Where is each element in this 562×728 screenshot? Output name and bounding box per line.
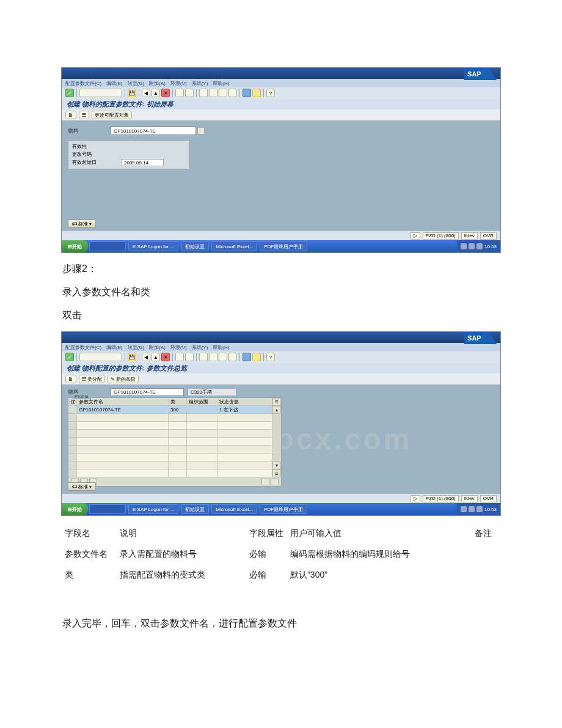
scroll-up-icon[interactable]: ▲ — [272, 406, 281, 414]
quicklaunch[interactable] — [89, 241, 126, 251]
menu-profile[interactable]: 配置参数文件(C) — [65, 344, 101, 351]
scroll-bottom-icon[interactable]: ⇊ — [272, 469, 281, 477]
taskbar-item-excel[interactable]: Microsoft Excel... — [211, 504, 257, 514]
cancel-icon[interactable]: ✕ — [161, 353, 170, 361]
grid-row[interactable] — [68, 430, 272, 438]
shortcut-icon[interactable] — [252, 353, 261, 361]
cell-name[interactable]: GP1010107074-TE — [77, 406, 169, 414]
find-icon[interactable] — [185, 89, 194, 97]
save-icon[interactable]: 💾 — [128, 353, 136, 361]
cell-org[interactable] — [187, 406, 217, 414]
menu-env[interactable]: 环境(V) — [170, 344, 187, 351]
standard-tag-button[interactable]: 🏷标准▾ — [68, 219, 96, 228]
menu-edit[interactable]: 编辑(E) — [106, 80, 123, 87]
material-input[interactable]: GP1010107074-TE — [111, 127, 196, 135]
quicklaunch[interactable] — [89, 504, 126, 514]
tray-icon[interactable] — [476, 243, 483, 249]
start-button[interactable]: ⊞ 开始 — [62, 240, 88, 252]
tray-icon[interactable] — [476, 506, 483, 512]
cancel-icon[interactable]: ✕ — [161, 89, 170, 97]
first-page-icon[interactable] — [199, 353, 208, 361]
menu-system[interactable]: 系统(Y) — [192, 344, 208, 351]
print-icon[interactable] — [175, 89, 184, 97]
save-icon[interactable]: 💾 — [128, 89, 136, 97]
last-page-icon[interactable] — [228, 89, 237, 97]
tray-icon[interactable] — [469, 506, 475, 512]
tray-icon[interactable] — [469, 243, 475, 249]
sub-btn-icon1[interactable]: 🗎 — [65, 111, 76, 119]
change-config-obj-button[interactable]: 更改可配置对象 — [92, 111, 132, 119]
cell-status[interactable]: 1 在下达 — [217, 406, 272, 414]
valid-from-input[interactable]: 2005.09.14 — [121, 159, 164, 166]
grid-row[interactable] — [68, 454, 272, 461]
tray-icon[interactable] — [461, 506, 467, 512]
menu-extras[interactable]: 附加(A) — [149, 344, 166, 351]
new-entry-button[interactable]: ✎新的条目 — [108, 375, 139, 383]
grid-row[interactable] — [68, 438, 272, 446]
lookup-icon[interactable] — [197, 127, 205, 134]
menu-help[interactable]: 帮助(H) — [213, 80, 229, 87]
scroll-top-icon[interactable]: ⇈ — [272, 398, 281, 406]
grid-row[interactable]: GP1010107074-TE 300 1 在下达 — [68, 406, 272, 414]
menu-goto[interactable]: 转至(G) — [128, 80, 145, 87]
enter-icon[interactable]: ✓ — [65, 89, 74, 97]
class-assign-button[interactable]: ☷类分配 — [79, 375, 105, 383]
separator — [76, 353, 77, 361]
back-icon[interactable]: ◀ — [142, 89, 150, 97]
new-session-icon[interactable] — [243, 89, 251, 97]
menu-system[interactable]: 系统(Y) — [192, 80, 208, 87]
cell-cls[interactable]: 300 — [169, 406, 187, 414]
tray-icon[interactable] — [461, 243, 467, 249]
menu-profile[interactable]: 配置参数文件(C) — [65, 80, 101, 87]
help-icon[interactable]: ? — [266, 353, 275, 361]
taskbar-item-pdf[interactable]: PDF最终用户手册 — [260, 241, 307, 251]
exit-icon[interactable]: ▲ — [151, 89, 160, 97]
grid-row[interactable] — [68, 446, 272, 454]
sap-window-2: SAP 配置参数文件(C) 编辑(E) 转至(G) 附加(A) 环境(V) 系统… — [61, 331, 501, 516]
next-page-icon[interactable] — [219, 353, 227, 361]
grid-scrollbar[interactable]: ⇈ ▲ ▼ ⇊ — [272, 398, 281, 477]
first-page-icon[interactable] — [199, 89, 208, 97]
sub-btn-icon1[interactable]: 🗎 — [65, 375, 76, 383]
help-icon[interactable]: ? — [266, 89, 275, 97]
taskbar-item-pdf[interactable]: PDF最终用户手册 — [260, 504, 307, 514]
menu-edit[interactable]: 编辑(E) — [106, 344, 123, 351]
exit-icon[interactable]: ▲ — [151, 353, 160, 361]
row-selector[interactable] — [68, 406, 77, 414]
last-page-icon[interactable] — [228, 353, 237, 361]
prev-page-icon[interactable] — [209, 353, 217, 361]
enter-icon[interactable]: ✓ — [65, 353, 74, 361]
start-button[interactable]: ⊞ 开始 — [62, 503, 88, 515]
sub-btn-icon2[interactable]: ☰ — [79, 111, 89, 119]
standard-tag-button[interactable]: 🏷标准▾ — [68, 482, 96, 491]
separator — [125, 89, 125, 97]
material-input-2[interactable]: GP1010107074-TE — [111, 388, 184, 396]
prev-page-icon[interactable] — [209, 89, 217, 97]
back-icon[interactable]: ◀ — [142, 353, 150, 361]
scroll-down-icon[interactable]: ▼ — [272, 461, 281, 469]
col-org: 组织范围 — [187, 398, 217, 406]
find-icon[interactable] — [185, 353, 194, 361]
menu-goto[interactable]: 转至(G) — [128, 344, 145, 351]
next-page-icon[interactable] — [219, 89, 227, 97]
print-icon[interactable] — [175, 353, 184, 361]
command-field[interactable] — [79, 89, 122, 97]
shortcut-icon[interactable] — [252, 89, 261, 97]
menu-env[interactable]: 环境(V) — [170, 80, 187, 87]
grid-row[interactable] — [68, 461, 272, 469]
taskbar-item-excel[interactable]: Microsoft Excel... — [211, 241, 257, 251]
taskbar-item-sap[interactable]: E SAP Logon for ... — [128, 241, 178, 251]
taskbar-item-sap[interactable]: E SAP Logon for ... — [128, 504, 178, 514]
grid-row[interactable] — [68, 414, 272, 422]
grid-row[interactable] — [68, 422, 272, 430]
taskbar-item-init[interactable]: 初始设置 — [181, 241, 209, 251]
menu-extras[interactable]: 附加(A) — [149, 80, 166, 87]
command-field[interactable] — [79, 353, 122, 361]
grid-scroll-right-icon[interactable] — [271, 479, 279, 485]
taskbar-item-init[interactable]: 初始设置 — [181, 504, 209, 514]
grid-row[interactable] — [68, 469, 272, 477]
new-session-icon[interactable] — [243, 353, 251, 361]
menu-help[interactable]: 帮助(H) — [213, 344, 229, 351]
material-desc: C329手柄 — [188, 388, 236, 396]
grid-scroll-left-icon[interactable] — [261, 479, 269, 485]
